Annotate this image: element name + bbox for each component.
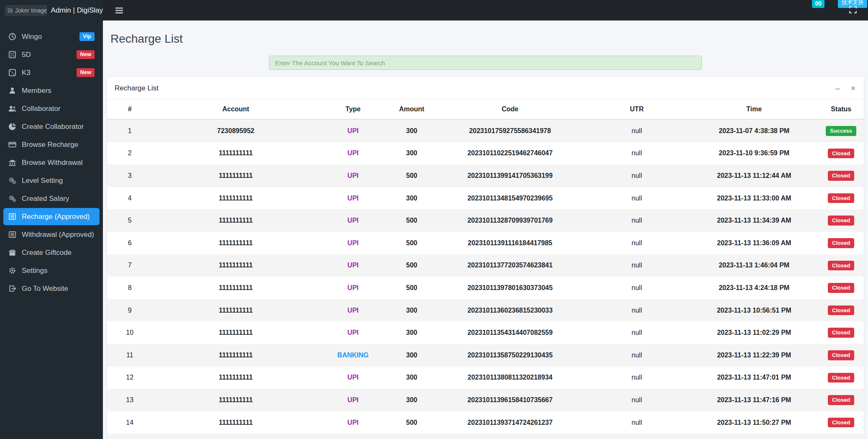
code-cell: 20231011354314407082559 xyxy=(436,321,584,344)
sidebar-item-recharge-approved[interactable]: Recharge (Approved) xyxy=(3,208,100,225)
sidebar-item-label: Created Salary xyxy=(22,195,69,203)
sidebar-item-label: Settings xyxy=(22,267,47,275)
status-badge: Closed xyxy=(828,149,854,159)
utr-cell: null xyxy=(584,187,690,210)
time-cell: 2023-11-10 9:36:59 PM xyxy=(690,142,819,165)
code-cell: 20231011393714724261237 xyxy=(436,411,584,434)
time-cell: 2023-11-13 11:47:01 PM xyxy=(690,367,819,389)
sidebar-item-withdrawal-approved[interactable]: Withdrawal (Approved) xyxy=(3,226,100,243)
account-cell: 1111111111 xyxy=(153,389,319,411)
account-search-input[interactable] xyxy=(269,56,702,70)
user-icon xyxy=(8,87,16,95)
amount-cell: 300 xyxy=(387,119,436,142)
table-row: 101111111111UPI3002023101135431440708255… xyxy=(107,321,864,344)
table-body: 17230895952UPI3002023101759275586341978n… xyxy=(107,119,864,439)
sidebar-badge: New xyxy=(77,50,95,59)
amount-cell: 500 xyxy=(387,411,436,434)
sidebar-item-label: Create Giftcode xyxy=(22,249,72,257)
status-badge: Closed xyxy=(828,216,854,226)
bank-icon xyxy=(8,159,16,167)
type-cell: UPI xyxy=(319,299,387,322)
sidebar-item-browse-recharge[interactable]: Browse Recharge xyxy=(3,136,100,153)
row-number-cell: 15 xyxy=(107,434,153,439)
card-minimize-button[interactable]: – xyxy=(835,83,841,93)
account-cell: 1111111111 xyxy=(153,321,319,344)
sidebar-item-create-collaborator[interactable]: Create Collaborator xyxy=(3,118,100,135)
type-cell: UPI xyxy=(319,142,387,165)
status-badge: Closed xyxy=(828,238,854,248)
table-row: 111111111111BANKING300202310113587502291… xyxy=(107,344,864,367)
account-cell: 1111111111 xyxy=(153,299,319,322)
dice-3-icon xyxy=(8,69,16,77)
status-cell: Closed xyxy=(818,321,864,344)
utr-cell: null xyxy=(584,209,690,232)
amount-cell: 500 xyxy=(387,164,436,187)
card-tools: – × xyxy=(835,83,856,93)
sidebar-item-browse-withdrawal[interactable]: Browse Withdrawal xyxy=(3,154,100,171)
sidebar-badge: Vip xyxy=(79,32,95,41)
account-cell: 1111111111 xyxy=(153,434,319,439)
amount-cell: 300 xyxy=(387,389,436,411)
type-cell: BANKING xyxy=(319,344,387,367)
notice-badge: 00 xyxy=(812,0,824,8)
users-icon xyxy=(8,105,16,113)
clock-icon xyxy=(8,33,16,41)
utr-cell: null xyxy=(584,299,690,322)
sidebar-item-settings[interactable]: Settings xyxy=(3,262,100,279)
table-row: 41111111111UPI30020231011348154970239695… xyxy=(107,187,864,210)
sidebar-item-label: K3 xyxy=(22,69,31,77)
time-cell: 2023-11-07 4:38:38 PM xyxy=(690,119,819,142)
account-cell: 1111111111 xyxy=(153,411,319,434)
hamburger-menu-button[interactable] xyxy=(112,3,126,18)
row-number-cell: 1 xyxy=(107,119,153,142)
card-header: Recharge List – × xyxy=(107,77,864,100)
sidebar-item-wingo[interactable]: WingoVip xyxy=(3,28,100,45)
sidebar-item-k3[interactable]: K3New xyxy=(3,64,100,81)
column-header-type: Type xyxy=(319,100,387,119)
table-row: 91111111111UPI30020231011360236815230033… xyxy=(107,299,864,322)
gift-icon xyxy=(8,249,16,257)
time-cell: 2023-11-13 11:36:09 AM xyxy=(690,232,819,254)
status-cell: Closed xyxy=(818,389,864,411)
type-cell: UPI xyxy=(319,321,387,344)
time-cell: 2023-11-13 11:34:39 AM xyxy=(690,209,819,232)
table-row: 31111111111UPI50020231011399141705363199… xyxy=(107,164,864,187)
fullscreen-expand-icon[interactable] xyxy=(849,5,857,14)
card-close-button[interactable]: × xyxy=(850,83,856,93)
dice-5-icon xyxy=(8,51,16,59)
sidebar-item-5d[interactable]: 5DNew xyxy=(3,46,100,63)
sidebar-item-members[interactable]: Members xyxy=(3,82,100,99)
column-header-: # xyxy=(107,100,153,119)
column-header-code: Code xyxy=(436,100,584,119)
card-title: Recharge List xyxy=(115,84,159,92)
sidebar-item-create-giftcode[interactable]: Create Giftcode xyxy=(3,244,100,261)
status-cell: Closed xyxy=(818,232,864,254)
row-number-cell: 4 xyxy=(107,187,153,210)
sidebar-item-label: Withdrawal (Approved) xyxy=(22,231,94,239)
recharge-list-card: Recharge List – × #AccountTypeAmountCode… xyxy=(107,77,864,439)
account-cell: 1111111111 xyxy=(153,277,319,299)
brand-alt-text: Joker Image xyxy=(15,7,47,14)
utr-cell: null xyxy=(584,434,690,439)
sidebar-item-label: Members xyxy=(22,87,51,95)
sidebar-item-created-salary[interactable]: Created Salary xyxy=(3,190,100,207)
time-cell: 2023-11-13 11:22:39 PM xyxy=(690,344,819,367)
type-cell: UPI xyxy=(319,254,387,277)
status-cell: Closed xyxy=(818,299,864,322)
type-cell: UPI xyxy=(319,389,387,411)
sidebar-item-go-to-website[interactable]: Go To Website xyxy=(3,280,100,297)
status-cell: Closed xyxy=(818,434,864,439)
code-cell: 20231011377203574623841 xyxy=(436,254,584,277)
sidebar-item-collaborator[interactable]: Collaborator xyxy=(3,100,100,117)
amount-cell: 300 xyxy=(387,187,436,210)
row-number-cell: 12 xyxy=(107,367,153,389)
type-cell: UPI xyxy=(319,411,387,434)
sidebar-item-level-setting[interactable]: Level Setting xyxy=(3,172,100,189)
sidebar: WingoVip5DNewK3NewMembersCollaboratorCre… xyxy=(0,21,103,439)
time-cell: 2023-11-13 4:24:18 PM xyxy=(690,277,819,299)
utr-cell: null xyxy=(584,321,690,344)
sidebar-item-label: Go To Website xyxy=(22,285,68,293)
status-badge: Success xyxy=(826,126,856,136)
account-cell: 1111111111 xyxy=(153,254,319,277)
table-row: 141111111111UPI5002023101139371472426123… xyxy=(107,411,864,434)
